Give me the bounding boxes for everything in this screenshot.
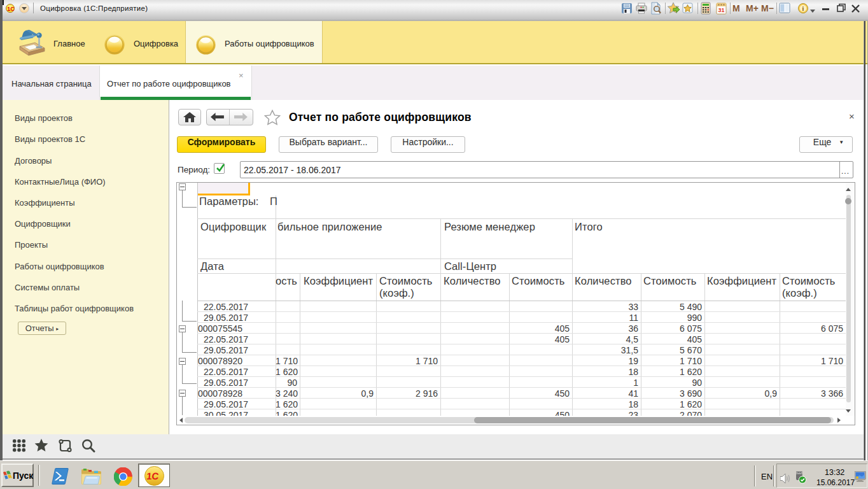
svg-text:M: M bbox=[732, 3, 740, 13]
svg-text:M−: M− bbox=[761, 3, 774, 13]
svg-text:i: i bbox=[802, 5, 804, 12]
svg-text:31: 31 bbox=[718, 7, 724, 13]
svg-text:1С: 1С bbox=[146, 471, 159, 481]
svg-text:M+: M+ bbox=[746, 3, 759, 13]
